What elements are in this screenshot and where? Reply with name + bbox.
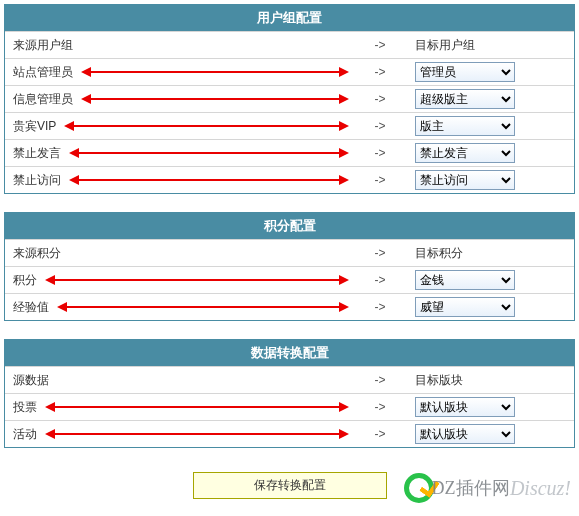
config-section: 积分配置来源积分->目标积分积分->金钱经验值->威望 bbox=[4, 212, 575, 321]
mapping-arrow-icon bbox=[66, 125, 347, 127]
mapping-arrow-icon bbox=[71, 179, 347, 181]
column-header-row: 来源积分->目标积分 bbox=[5, 239, 574, 266]
section-title: 积分配置 bbox=[5, 213, 574, 239]
target-select[interactable]: 威望 bbox=[415, 297, 515, 317]
mapping-arrow-icon bbox=[59, 306, 347, 308]
mapping-row: 投票->默认版块 bbox=[5, 393, 574, 420]
mapping-row: 禁止访问->禁止访问 bbox=[5, 166, 574, 193]
source-label: 禁止发言 bbox=[13, 145, 61, 162]
section-title: 数据转换配置 bbox=[5, 340, 574, 366]
mapping-arrow-icon bbox=[47, 406, 347, 408]
column-header-row: 来源用户组->目标用户组 bbox=[5, 31, 574, 58]
mapping-arrow-icon bbox=[47, 279, 347, 281]
mapping-arrow-icon bbox=[47, 433, 347, 435]
target-select[interactable]: 管理员 bbox=[415, 62, 515, 82]
arrow-header: -> bbox=[355, 373, 405, 387]
target-column-header: 目标版块 bbox=[415, 372, 463, 389]
source-label: 投票 bbox=[13, 399, 37, 416]
target-select[interactable]: 版主 bbox=[415, 116, 515, 136]
target-select[interactable]: 禁止访问 bbox=[415, 170, 515, 190]
arrow-header: -> bbox=[355, 38, 405, 52]
arrow-symbol: -> bbox=[355, 300, 405, 314]
target-column-header: 目标积分 bbox=[415, 245, 463, 262]
arrow-symbol: -> bbox=[355, 273, 405, 287]
mapping-row: 站点管理员->管理员 bbox=[5, 58, 574, 85]
target-select[interactable]: 默认版块 bbox=[415, 397, 515, 417]
arrow-symbol: -> bbox=[355, 400, 405, 414]
column-header-row: 源数据->目标版块 bbox=[5, 366, 574, 393]
section-title: 用户组配置 bbox=[5, 5, 574, 31]
mapping-arrow-icon bbox=[83, 71, 347, 73]
arrow-symbol: -> bbox=[355, 146, 405, 160]
source-column-header: 来源用户组 bbox=[13, 37, 73, 54]
arrow-symbol: -> bbox=[355, 65, 405, 79]
target-column-header: 目标用户组 bbox=[415, 37, 475, 54]
target-select[interactable]: 金钱 bbox=[415, 270, 515, 290]
source-column-header: 来源积分 bbox=[13, 245, 61, 262]
target-select[interactable]: 超级版主 bbox=[415, 89, 515, 109]
target-select[interactable]: 禁止发言 bbox=[415, 143, 515, 163]
arrow-symbol: -> bbox=[355, 92, 405, 106]
config-section: 数据转换配置源数据->目标版块投票->默认版块活动->默认版块 bbox=[4, 339, 575, 448]
mapping-arrow-icon bbox=[83, 98, 347, 100]
source-label: 站点管理员 bbox=[13, 64, 73, 81]
target-select[interactable]: 默认版块 bbox=[415, 424, 515, 444]
mapping-row: 经验值->威望 bbox=[5, 293, 574, 320]
mapping-row: 积分->金钱 bbox=[5, 266, 574, 293]
arrow-symbol: -> bbox=[355, 427, 405, 441]
mapping-row: 禁止发言->禁止发言 bbox=[5, 139, 574, 166]
source-label: 经验值 bbox=[13, 299, 49, 316]
mapping-row: 信息管理员->超级版主 bbox=[5, 85, 574, 112]
source-label: 贵宾VIP bbox=[13, 118, 56, 135]
source-label: 积分 bbox=[13, 272, 37, 289]
arrow-symbol: -> bbox=[355, 119, 405, 133]
arrow-header: -> bbox=[355, 246, 405, 260]
mapping-row: 活动->默认版块 bbox=[5, 420, 574, 447]
config-section: 用户组配置来源用户组->目标用户组站点管理员->管理员信息管理员->超级版主贵宾… bbox=[4, 4, 575, 194]
source-label: 信息管理员 bbox=[13, 91, 73, 108]
mapping-row: 贵宾VIP->版主 bbox=[5, 112, 574, 139]
arrow-symbol: -> bbox=[355, 173, 405, 187]
save-config-button[interactable]: 保存转换配置 bbox=[193, 472, 387, 499]
source-label: 活动 bbox=[13, 426, 37, 443]
mapping-arrow-icon bbox=[71, 152, 347, 154]
source-label: 禁止访问 bbox=[13, 172, 61, 189]
source-column-header: 源数据 bbox=[13, 372, 49, 389]
